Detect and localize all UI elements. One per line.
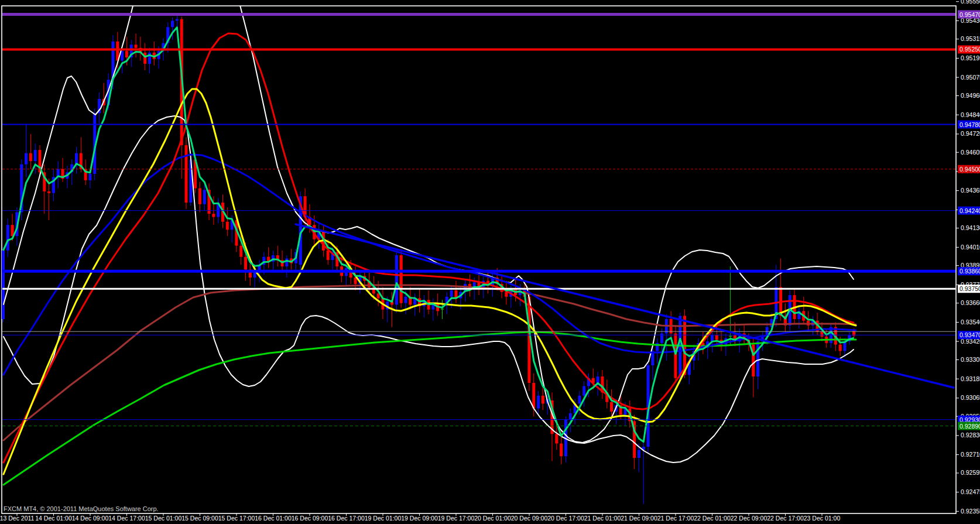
candle-body <box>711 335 714 341</box>
candle-body <box>450 290 453 297</box>
candle-body <box>674 334 677 378</box>
candle-body <box>143 53 146 64</box>
price-label-text: 0.95470 <box>960 11 980 18</box>
price-label-text: 0.94780 <box>960 121 980 128</box>
time-tick-label: 20 Dec 17:00 <box>547 515 584 522</box>
candle-body <box>820 332 823 337</box>
price-tick-label: 0.94720 <box>961 130 980 137</box>
time-tick-label: 19 Dec 01:00 <box>365 515 402 522</box>
candle-body <box>405 297 407 303</box>
candle-body <box>171 20 174 27</box>
time-tick-label: 16 Dec 17:00 <box>328 515 365 522</box>
candle-body <box>226 222 229 230</box>
time-tick-label: 19 Dec 17:00 <box>438 515 475 522</box>
time-tick-label: 20 Dec 09:00 <box>511 515 548 522</box>
time-tick-label: 22 Dec 09:00 <box>731 515 767 522</box>
price-label-text: 0.94240 <box>960 207 980 214</box>
copyright-label: FXCM MT4, © 2001-2011 MetaQuotes Softwar… <box>4 505 159 512</box>
candle-body <box>729 336 732 337</box>
price-tick-label: 0.94960 <box>961 92 980 99</box>
candle-body <box>400 255 403 303</box>
price-tick-label: 0.93185 <box>961 375 980 382</box>
candle-body <box>25 153 28 165</box>
price-tick-label: 0.93065 <box>961 394 980 401</box>
price-tick-label: 0.92830 <box>961 431 980 439</box>
candle-body <box>285 258 288 266</box>
price-tick-label: 0.94605 <box>961 149 980 156</box>
time-tick-label: 23 Dec 01:00 <box>804 515 841 522</box>
time-tick-label: 21 Dec 17:00 <box>657 515 694 522</box>
mt4-chart-window: 0.955500.954300.953150.951950.950750.949… <box>0 0 980 524</box>
candle-body <box>135 44 138 47</box>
time-tick-label: 21 Dec 09:00 <box>621 515 657 522</box>
candle-body <box>185 145 188 203</box>
time-tick-label: 15 Dec 17:00 <box>218 515 255 522</box>
price-tick-label: 0.94130 <box>961 224 980 231</box>
candle-body <box>198 189 201 204</box>
chart-background <box>0 0 980 524</box>
candle-body <box>638 450 640 458</box>
price-label-text: 0.93470 <box>960 331 980 338</box>
price-tick-label: 0.92355 <box>961 508 980 515</box>
time-tick-label: 13 Dec 2011 <box>0 515 35 522</box>
candle-body <box>212 214 215 217</box>
price-tick-label: 0.93305 <box>961 356 980 363</box>
time-tick-label: 14 Dec 09:00 <box>72 515 109 522</box>
time-tick-label: 22 Dec 17:00 <box>767 515 804 522</box>
candle-body <box>88 174 91 180</box>
candle-body <box>756 341 759 376</box>
price-label-text: 0.95250 <box>960 46 980 53</box>
candle-body <box>441 309 444 309</box>
candle-body <box>29 153 32 162</box>
candle-body <box>327 251 330 260</box>
price-label-text: 0.92890 <box>960 423 980 430</box>
candle-body <box>125 51 128 57</box>
candle-body <box>395 255 398 304</box>
price-tick-label: 0.95315 <box>961 35 980 42</box>
candle-body <box>582 386 585 395</box>
price-label-text: 0.93750 <box>960 285 980 292</box>
price-label-text: 0.93860 <box>960 268 980 275</box>
price-tick-label: 0.92710 <box>961 451 980 458</box>
price-tick-label: 0.95550 <box>961 0 980 5</box>
time-tick-label: 22 Dec 01:00 <box>694 515 731 522</box>
candle-body <box>2 251 5 319</box>
candle-body <box>203 190 206 204</box>
candle-body <box>239 246 242 257</box>
price-tick-label: 0.93660 <box>961 299 980 306</box>
time-tick-label: 21 Dec 01:00 <box>584 515 621 522</box>
time-tick-label: 16 Dec 01:00 <box>255 515 292 522</box>
candle-body <box>34 150 37 161</box>
candle-body <box>578 396 581 404</box>
time-tick-label: 16 Dec 09:00 <box>292 515 328 522</box>
price-tick-label: 0.95075 <box>961 74 980 81</box>
candle-body <box>610 402 613 412</box>
price-tick-label: 0.95195 <box>961 54 980 61</box>
candle-body <box>597 376 599 383</box>
price-tick-label: 0.92595 <box>961 469 980 476</box>
candle-body <box>176 19 179 21</box>
candle-body <box>715 335 718 340</box>
candlestick-chart[interactable]: 0.955500.954300.953150.951950.950750.949… <box>0 0 980 524</box>
time-tick-label: 20 Dec 01:00 <box>474 515 511 522</box>
time-tick-label: 14 Dec 01:00 <box>35 515 72 522</box>
candle-body <box>47 191 50 193</box>
candle-body <box>121 51 124 60</box>
price-tick-label: 0.94010 <box>961 244 980 251</box>
time-axis: 13 Dec 201114 Dec 01:0014 Dec 09:0014 De… <box>0 513 840 522</box>
time-tick-label: 15 Dec 01:00 <box>145 515 182 522</box>
price-tick-label: 0.94365 <box>961 187 980 194</box>
candlestick-chart-svg[interactable]: 0.955500.954300.953150.951950.950750.949… <box>0 0 980 524</box>
time-tick-label: 19 Dec 09:00 <box>401 515 438 522</box>
price-tick-label: 0.93540 <box>961 318 980 326</box>
price-tick-label: 0.92475 <box>961 488 980 495</box>
candle-body <box>244 257 247 270</box>
candle-body <box>555 434 558 443</box>
candle-body <box>542 396 544 404</box>
candle-body <box>75 153 78 165</box>
price-tick-label: 0.94840 <box>961 111 980 118</box>
time-tick-label: 14 Dec 17:00 <box>108 515 145 522</box>
time-tick-label: 15 Dec 09:00 <box>181 515 218 522</box>
candle-body <box>839 345 842 351</box>
price-label-text: 0.94500 <box>960 166 980 173</box>
